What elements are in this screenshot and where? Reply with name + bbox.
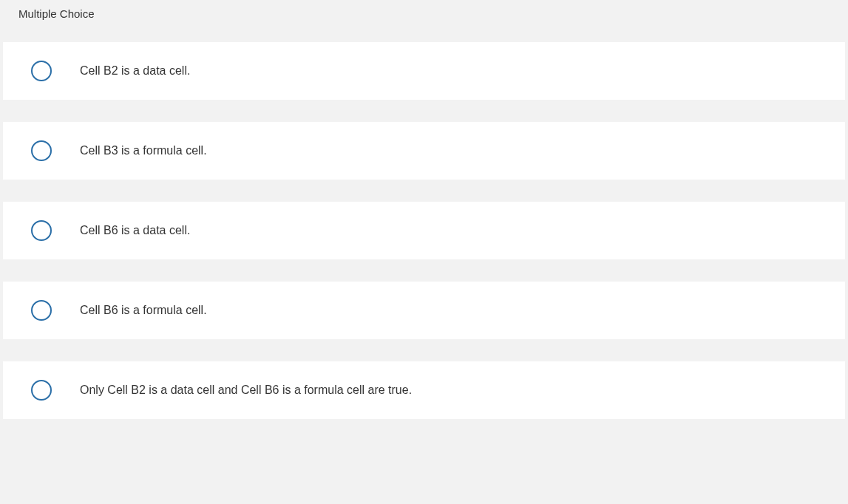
question-type-label: Multiple Choice (18, 7, 830, 20)
option-label: Cell B2 is a data cell. (80, 64, 190, 78)
radio-button[interactable] (31, 61, 52, 81)
radio-button[interactable] (31, 220, 52, 241)
option-row[interactable]: Cell B6 is a data cell. (3, 202, 845, 259)
radio-button[interactable] (31, 300, 52, 321)
options-list: Cell B2 is a data cell. Cell B3 is a for… (0, 42, 848, 419)
radio-button[interactable] (31, 140, 52, 161)
option-label: Only Cell B2 is a data cell and Cell B6 … (80, 384, 412, 397)
option-label: Cell B6 is a formula cell. (80, 304, 207, 317)
option-row[interactable]: Only Cell B2 is a data cell and Cell B6 … (3, 361, 845, 419)
option-label: Cell B3 is a formula cell. (80, 144, 207, 157)
option-label: Cell B6 is a data cell. (80, 224, 190, 237)
question-header: Multiple Choice (0, 0, 848, 42)
option-row[interactable]: Cell B3 is a formula cell. (3, 122, 845, 180)
option-row[interactable]: Cell B6 is a formula cell. (3, 282, 845, 339)
option-row[interactable]: Cell B2 is a data cell. (3, 42, 845, 100)
radio-button[interactable] (31, 380, 52, 401)
